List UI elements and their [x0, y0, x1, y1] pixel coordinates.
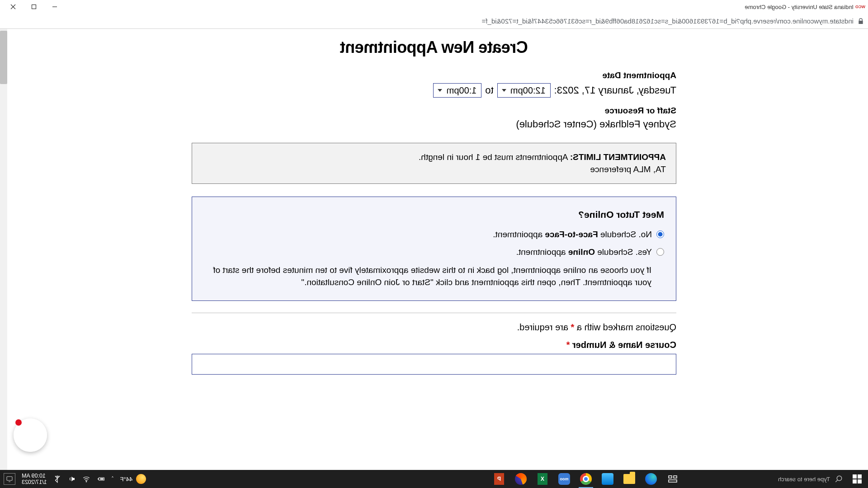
lock-icon [857, 18, 864, 25]
excel-app[interactable]: X [532, 470, 553, 488]
scrollbar-track[interactable] [0, 29, 7, 470]
course-label-text: Course Name & Number [572, 340, 676, 350]
opt-yes-pre: Yes. Schedule [595, 247, 652, 257]
svg-point-4 [837, 476, 842, 481]
svg-rect-10 [98, 479, 99, 480]
opt-yes-post: appointment. [516, 247, 568, 257]
notification-icon [6, 475, 13, 483]
option-face-to-face[interactable]: No. Schedule Face-to-Face appointment. [204, 228, 664, 241]
limits-preference: TA, MLA preference [202, 164, 666, 176]
opt-yes-bold: Online [568, 247, 595, 257]
svg-rect-11 [100, 479, 104, 480]
svg-line-5 [835, 480, 838, 482]
browser-address-bar: indstate.mywconline.com/reserve.php?id_b… [0, 14, 868, 29]
meet-online-box: Meet Tutor Online? No. Schedule Face-to-… [192, 197, 676, 301]
meet-online-question: Meet Tutor Online? [204, 208, 664, 221]
svg-rect-8 [669, 480, 677, 482]
option-online[interactable]: Yes. Schedule Online appointment. [204, 246, 664, 258]
firefox-icon [515, 473, 527, 485]
appointment-limits-box: APPOINTMENT LIMITS: Appointments must be… [192, 143, 676, 184]
svg-rect-13 [7, 477, 12, 481]
taskbar-search-placeholder: Type here to search [778, 476, 830, 483]
start-time-select[interactable]: 12:00pm [497, 83, 551, 98]
appointment-date-label: Appointment Date [192, 70, 676, 80]
windows-logo-icon [853, 474, 862, 483]
store-icon [602, 473, 613, 485]
weather-sun-icon [136, 474, 146, 484]
moodle-icon: moo [558, 473, 570, 485]
course-field-label: Course Name & Number * [192, 340, 676, 350]
folder-icon [623, 474, 635, 484]
req-post: are required. [517, 322, 571, 332]
volume-icon[interactable] [68, 475, 76, 483]
window-minimize-button[interactable] [44, 0, 65, 14]
taskbar-clock[interactable]: 10:09 AM 1/17/2023 [22, 473, 47, 486]
separator [192, 313, 676, 313]
edge-app[interactable] [640, 470, 662, 488]
messenger-bubble[interactable] [14, 418, 47, 452]
window-titlebar: WCO Indiana State University - Google Ch… [0, 0, 868, 14]
scrollbar-thumb[interactable] [0, 31, 7, 84]
limits-text: Appointments must be 1 hour in length. [419, 152, 570, 162]
moodle-app[interactable]: moo [553, 470, 575, 488]
svg-rect-7 [669, 476, 672, 478]
start-button[interactable] [846, 470, 868, 488]
opt-no-bold: Face-to-Face [545, 230, 598, 239]
notification-dot-icon [15, 419, 22, 426]
opt-no-post: appointment. [493, 230, 545, 239]
powerpoint-icon: P [494, 473, 504, 485]
page-viewport: Create New Appointment Appointment Date … [0, 29, 868, 470]
svg-rect-6 [674, 476, 677, 478]
radio-online[interactable] [656, 248, 664, 256]
limits-heading: APPOINTMENT LIMITS: [570, 152, 666, 162]
excel-icon: X [538, 473, 547, 485]
staff-name: Sydney Feldhake (Center Schedule) [192, 118, 676, 130]
search-icon [835, 475, 843, 483]
taskbar-search[interactable]: Type here to search [684, 470, 846, 488]
powerpoint-app[interactable]: P [488, 470, 510, 488]
tray-chevron-icon[interactable]: ˄ [111, 476, 114, 482]
bluetooth-icon[interactable] [53, 475, 61, 483]
favicon-text: WCO [855, 5, 865, 9]
weather-temp: 44°F [120, 476, 133, 483]
opt-no-pre: No. Schedule [598, 230, 652, 239]
taskbar: Type here to search moo X P 44°F ˄ 10:09… [0, 470, 868, 488]
task-view-button[interactable] [662, 470, 684, 488]
svg-point-12 [86, 481, 87, 482]
course-name-input[interactable] [192, 354, 676, 375]
svg-rect-1 [32, 5, 36, 9]
chrome-app[interactable] [575, 470, 597, 488]
req-pre: Questions marked with a [574, 322, 676, 332]
end-time-select[interactable]: 1:00pm [433, 83, 481, 98]
clock-date: 1/17/2023 [22, 479, 47, 485]
action-center-button[interactable] [4, 473, 15, 485]
window-title: Indiana State University - Google Chrome [745, 4, 854, 10]
required-star-icon: * [571, 322, 575, 332]
clock-time: 10:09 AM [22, 473, 47, 479]
window-maximize-button[interactable] [24, 0, 44, 14]
wifi-icon[interactable] [82, 475, 90, 483]
chrome-icon [580, 473, 592, 485]
window-close-button[interactable] [3, 0, 24, 14]
appointment-date-row: Tuesday, January 17, 2023: 12:00pm to 1:… [192, 83, 676, 98]
to-label: to [485, 84, 493, 96]
task-view-icon [667, 474, 678, 484]
course-required-star-icon: * [566, 340, 570, 350]
staff-label: Staff or Resource [192, 106, 676, 116]
appointment-date-text: Tuesday, January 17, 2023: [554, 84, 676, 96]
microsoft-store-app[interactable] [597, 470, 618, 488]
required-note: Questions marked with a * are required. [192, 322, 676, 333]
file-explorer-app[interactable] [618, 470, 640, 488]
online-hint: If you choose an online appointment, log… [204, 264, 664, 289]
page-title: Create New Appointment [192, 38, 676, 57]
url-text[interactable]: indstate.mywconline.com/reserve.php?id_b… [4, 17, 854, 25]
firefox-app[interactable] [510, 470, 532, 488]
edge-icon [645, 473, 657, 485]
battery-icon[interactable] [97, 475, 105, 483]
radio-face-to-face[interactable] [656, 230, 664, 238]
taskbar-weather[interactable]: 44°F [120, 474, 146, 484]
